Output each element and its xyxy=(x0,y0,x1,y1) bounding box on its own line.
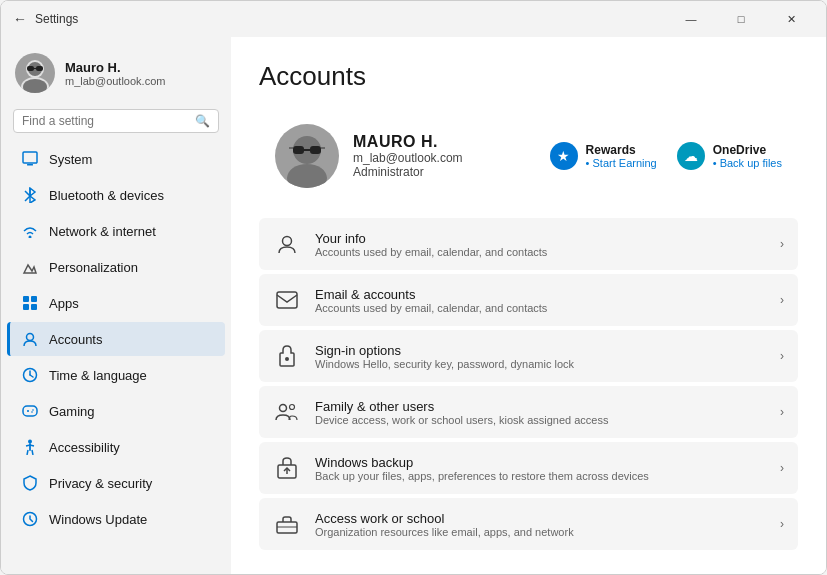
svg-rect-29 xyxy=(310,146,321,154)
svg-rect-19 xyxy=(23,406,37,416)
work-school-desc: Organization resources like email, apps,… xyxy=(315,526,766,538)
svg-rect-28 xyxy=(293,146,304,154)
settings-list: Your info Accounts used by email, calend… xyxy=(259,218,798,550)
signin-options-title: Sign-in options xyxy=(315,343,766,358)
email-accounts-item[interactable]: Email & accounts Accounts used by email,… xyxy=(259,274,798,326)
apps-icon xyxy=(21,294,39,312)
sidebar-item-personalization[interactable]: Personalization xyxy=(7,250,225,284)
svg-point-37 xyxy=(290,405,295,410)
profile-avatar xyxy=(275,124,339,188)
title-bar: ← Settings — □ ✕ xyxy=(1,1,826,37)
sidebar-item-label: Time & language xyxy=(49,368,147,383)
personalization-icon xyxy=(21,258,39,276)
accessibility-icon xyxy=(21,438,39,456)
close-button[interactable]: ✕ xyxy=(768,3,814,35)
email-accounts-desc: Accounts used by email, calendar, and co… xyxy=(315,302,766,314)
minimize-button[interactable]: — xyxy=(668,3,714,35)
sidebar-item-apps[interactable]: Apps xyxy=(7,286,225,320)
your-info-desc: Accounts used by email, calendar, and co… xyxy=(315,246,766,258)
maximize-button[interactable]: □ xyxy=(718,3,764,35)
svg-rect-14 xyxy=(31,304,37,310)
accounts-icon xyxy=(21,330,39,348)
gaming-icon xyxy=(21,402,39,420)
profile-card: MAURO H. m_lab@outlook.com Administrator… xyxy=(259,110,798,202)
search-box[interactable]: 🔍 xyxy=(13,109,219,133)
sidebar-item-label: Gaming xyxy=(49,404,95,419)
svg-rect-12 xyxy=(31,296,37,302)
sidebar-item-label: Bluetooth & devices xyxy=(49,188,164,203)
settings-window: ← Settings — □ ✕ xyxy=(0,0,827,575)
window-title: Settings xyxy=(35,12,78,26)
family-users-text: Family & other users Device access, work… xyxy=(315,399,766,426)
svg-point-24 xyxy=(28,440,32,444)
sidebar-item-label: Privacy & security xyxy=(49,476,152,491)
title-bar-left: ← Settings xyxy=(13,11,78,27)
onedrive-action[interactable]: ☁ OneDrive • Back up files xyxy=(677,142,782,170)
user-info: Mauro H. m_lab@outlook.com xyxy=(65,60,165,87)
profile-actions: ★ Rewards • Start Earning ☁ OneDrive • B… xyxy=(550,142,782,170)
signin-options-desc: Windows Hello, security key, password, d… xyxy=(315,358,766,370)
bluetooth-icon xyxy=(21,186,39,204)
sidebar-item-accessibility[interactable]: Accessibility xyxy=(7,430,225,464)
sidebar-item-label: Network & internet xyxy=(49,224,156,239)
family-users-desc: Device access, work or school users, kio… xyxy=(315,414,766,426)
user-profile[interactable]: Mauro H. m_lab@outlook.com xyxy=(1,37,231,105)
windows-backup-item[interactable]: Windows backup Back up your files, apps,… xyxy=(259,442,798,494)
sidebar-item-privacy[interactable]: Privacy & security xyxy=(7,466,225,500)
sidebar-item-update[interactable]: Windows Update xyxy=(7,502,225,536)
system-icon xyxy=(21,150,39,168)
work-school-item[interactable]: Access work or school Organization resou… xyxy=(259,498,798,550)
profile-role: Administrator xyxy=(353,165,536,179)
your-info-text: Your info Accounts used by email, calend… xyxy=(315,231,766,258)
sidebar-item-time[interactable]: Time & language xyxy=(7,358,225,392)
chevron-icon: › xyxy=(780,517,784,531)
your-info-icon xyxy=(273,230,301,258)
svg-point-35 xyxy=(285,357,289,361)
rewards-text: Rewards • Start Earning xyxy=(586,143,657,169)
onedrive-icon: ☁ xyxy=(677,142,705,170)
back-button[interactable]: ← xyxy=(13,11,27,27)
family-users-item[interactable]: Family & other users Device access, work… xyxy=(259,386,798,438)
sidebar-item-label: System xyxy=(49,152,92,167)
signin-options-item[interactable]: Sign-in options Windows Hello, security … xyxy=(259,330,798,382)
svg-rect-7 xyxy=(23,152,37,163)
sidebar-item-gaming[interactable]: Gaming xyxy=(7,394,225,428)
avatar xyxy=(15,53,55,93)
windows-backup-title: Windows backup xyxy=(315,455,766,470)
backup-icon xyxy=(273,454,301,482)
sidebar-item-system[interactable]: System xyxy=(7,142,225,176)
privacy-icon xyxy=(21,474,39,492)
family-icon xyxy=(273,398,301,426)
chevron-icon: › xyxy=(780,405,784,419)
svg-point-36 xyxy=(280,405,287,412)
svg-rect-4 xyxy=(27,66,34,71)
work-school-title: Access work or school xyxy=(315,511,766,526)
profile-details: MAURO H. m_lab@outlook.com Administrator xyxy=(353,133,536,179)
rewards-sub: • Start Earning xyxy=(586,157,657,169)
sidebar-item-network[interactable]: Network & internet xyxy=(7,214,225,248)
your-info-title: Your info xyxy=(315,231,766,246)
sidebar-item-accounts[interactable]: Accounts xyxy=(7,322,225,356)
content-area: Mauro H. m_lab@outlook.com 🔍 System xyxy=(1,37,826,574)
search-input[interactable] xyxy=(22,114,189,128)
chevron-icon: › xyxy=(780,349,784,363)
sidebar-email: m_lab@outlook.com xyxy=(65,75,165,87)
your-info-item[interactable]: Your info Accounts used by email, calend… xyxy=(259,218,798,270)
rewards-title: Rewards xyxy=(586,143,657,157)
chevron-icon: › xyxy=(780,293,784,307)
windows-backup-text: Windows backup Back up your files, apps,… xyxy=(315,455,766,482)
email-icon xyxy=(273,286,301,314)
sidebar-item-label: Windows Update xyxy=(49,512,147,527)
rewards-icon: ★ xyxy=(550,142,578,170)
svg-line-18 xyxy=(30,375,33,377)
search-icon: 🔍 xyxy=(195,114,210,128)
svg-point-15 xyxy=(27,334,34,341)
rewards-action[interactable]: ★ Rewards • Start Earning xyxy=(550,142,657,170)
work-school-text: Access work or school Organization resou… xyxy=(315,511,766,538)
svg-point-27 xyxy=(287,164,327,188)
network-icon xyxy=(21,222,39,240)
sidebar-item-label: Apps xyxy=(49,296,79,311)
window-controls: — □ ✕ xyxy=(668,3,814,35)
signin-icon xyxy=(273,342,301,370)
sidebar-item-bluetooth[interactable]: Bluetooth & devices xyxy=(7,178,225,212)
